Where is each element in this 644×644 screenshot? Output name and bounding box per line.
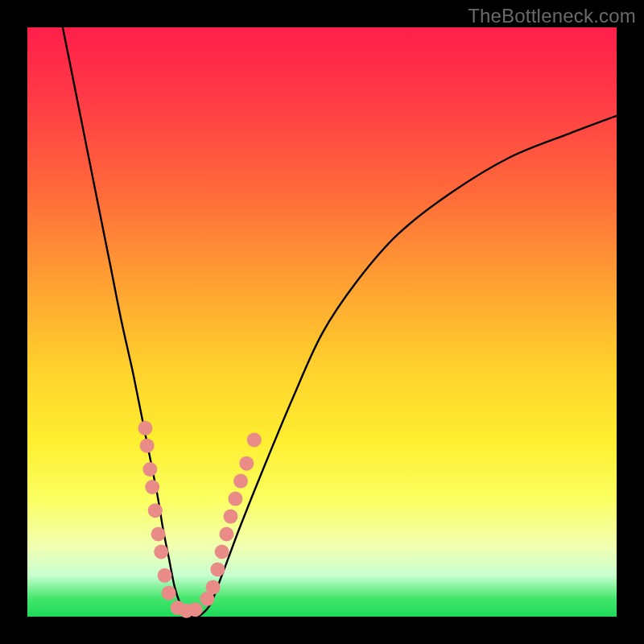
data-marker xyxy=(228,492,242,506)
data-marker xyxy=(233,474,248,489)
chart-svg xyxy=(27,27,617,617)
data-marker xyxy=(145,480,159,494)
data-marker xyxy=(140,439,155,453)
data-marker xyxy=(247,432,262,447)
data-marker xyxy=(148,503,163,518)
watermark-text: TheBottleneck.com xyxy=(468,5,636,27)
data-marker xyxy=(142,462,157,477)
chart-frame: TheBottleneck.com xyxy=(0,0,644,644)
data-marker xyxy=(188,602,203,617)
bottleneck-curve xyxy=(63,27,617,617)
data-marker xyxy=(210,562,225,576)
data-marker xyxy=(162,586,176,601)
data-marker xyxy=(224,510,238,524)
data-marker xyxy=(239,456,254,471)
data-marker xyxy=(151,527,166,542)
data-marker xyxy=(154,545,168,559)
plot-area xyxy=(27,27,617,617)
data-marker xyxy=(215,545,229,559)
data-marker xyxy=(206,580,221,594)
data-marker xyxy=(158,568,172,583)
data-marker xyxy=(219,527,233,542)
data-marker xyxy=(138,421,152,436)
